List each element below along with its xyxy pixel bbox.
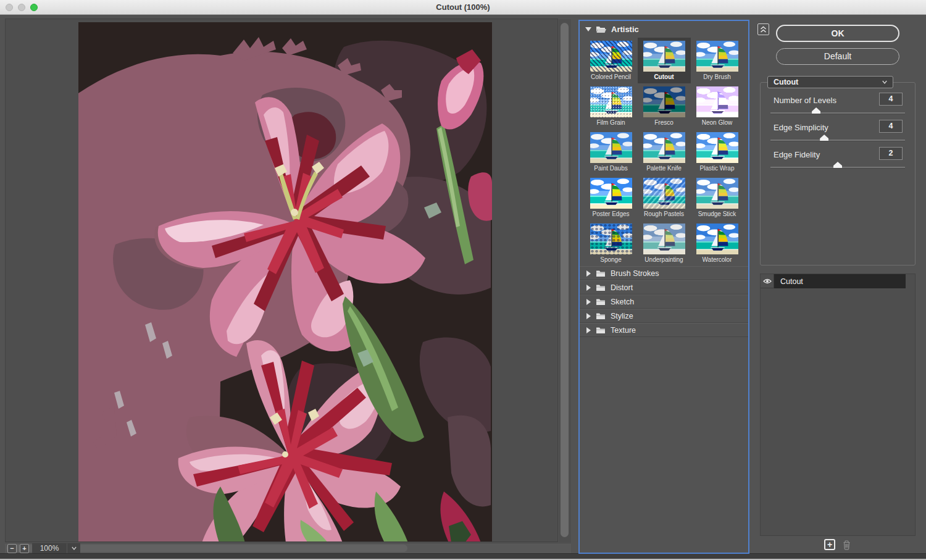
category-label: Distort [611, 283, 633, 292]
thumbnail-image [643, 41, 685, 72]
thumbnail-image [590, 178, 632, 209]
filter-thumb-fresco[interactable]: Fresco [638, 83, 691, 129]
closed-folder-icon [596, 312, 606, 320]
preview-horizontal-scrollbar[interactable] [5, 543, 571, 553]
double-chevron-up-icon [760, 26, 767, 33]
filter-thumb-dry-brush[interactable]: Dry Brush [691, 38, 744, 83]
edge-simplicity-value[interactable]: 4 [879, 120, 903, 133]
filter-settings-group: Number of Levels 4 Edge Simplicity 4 Edg… [760, 82, 916, 265]
expand-triangle-icon [586, 313, 591, 319]
chevron-down-icon [72, 546, 77, 551]
thumbnail-image [643, 132, 685, 163]
thumbnail-image [643, 224, 685, 254]
edge-simplicity-track[interactable] [770, 140, 905, 141]
category-sketch[interactable]: Sketch [580, 295, 748, 309]
collapse-panel-button[interactable] [757, 23, 769, 35]
delete-effect-layer-trash-icon[interactable] [842, 540, 851, 550]
preview-image[interactable] [78, 22, 492, 542]
expand-triangle-icon [586, 270, 591, 277]
slider-label: Edge Fidelity [774, 150, 820, 159]
thumbnail-image [696, 86, 738, 117]
expand-triangle-icon [586, 299, 591, 305]
titlebar: Cutout (100%) [0, 0, 926, 15]
category-label: Sketch [611, 298, 634, 306]
vertical-scroll-thumb[interactable] [561, 23, 569, 537]
thumbnail-label: Underpainting [638, 256, 691, 263]
number-of-levels-slider-group: Number of Levels 4 [769, 93, 906, 120]
filter-thumb-plastic-wrap[interactable]: Plastic Wrap [691, 129, 744, 175]
edge-simplicity-slider-group: Edge Simplicity 4 [769, 120, 906, 147]
thumbnail-label: Poster Edges [585, 211, 638, 217]
expand-triangle-icon [586, 285, 591, 291]
thumbnail-image [590, 41, 632, 72]
filter-thumb-cutout[interactable]: Cutout [638, 38, 691, 83]
filter-gallery-dialog: Cutout (100%) [0, 0, 926, 560]
slider-thumb[interactable] [812, 107, 820, 114]
ok-button[interactable]: OK [776, 25, 899, 42]
effect-layer-row[interactable]: Cutout [761, 274, 915, 288]
thumbnail-image [590, 86, 632, 117]
category-label: Texture [611, 326, 636, 335]
filter-thumb-neon-glow[interactable]: Neon Glow [691, 83, 744, 129]
layer-visibility-toggle[interactable] [761, 274, 774, 288]
filter-thumb-palette-knife[interactable]: Palette Knife [638, 129, 691, 175]
filter-thumb-smudge-stick[interactable]: Smudge Stick [691, 175, 744, 220]
category-label: Artistic [611, 25, 639, 34]
filter-thumb-poster-edges[interactable]: Poster Edges [585, 175, 638, 220]
slider-thumb[interactable] [820, 135, 828, 141]
filter-thumb-watercolor[interactable]: Watercolor [691, 220, 744, 266]
zoom-level-value[interactable]: 100% [32, 543, 67, 553]
filter-thumb-paint-daubs[interactable]: Paint Daubs [585, 129, 638, 175]
category-label: Stylize [611, 312, 633, 320]
zoom-out-button[interactable]: − [7, 544, 17, 553]
preview-vertical-scrollbar[interactable] [559, 19, 571, 542]
category-stylize[interactable]: Stylize [580, 309, 748, 323]
thumbnail-image [590, 132, 632, 163]
default-button[interactable]: Default [776, 48, 899, 65]
thumbnail-image [696, 41, 738, 72]
thumbnail-label: Palette Knife [638, 165, 691, 172]
thumbnail-label: Neon Glow [691, 119, 744, 126]
window-title: Cutout (100%) [0, 2, 926, 12]
zoom-level-dropdown[interactable] [67, 543, 80, 553]
category-brush-strokes[interactable]: Brush Strokes [580, 266, 748, 280]
edge-fidelity-track[interactable] [770, 167, 905, 169]
expand-triangle-icon [586, 327, 591, 333]
number-of-levels-value[interactable]: 4 [879, 93, 903, 106]
thumbnail-image [696, 178, 738, 209]
effect-layer-name[interactable]: Cutout [774, 274, 906, 288]
slider-label: Edge Simplicity [774, 123, 828, 132]
slider-thumb[interactable] [833, 162, 842, 168]
filter-type-select[interactable]: Cutout [767, 76, 893, 88]
thumbnail-image [590, 224, 632, 254]
new-effect-layer-button[interactable]: + [824, 539, 835, 550]
thumbnail-label: Colored Pencil [585, 73, 638, 80]
thumbnail-image [643, 178, 685, 209]
thumbnail-label: Sponge [585, 256, 638, 263]
filter-thumbnail-grid: Colored Pencil Cutout Dry Brush Film Gra… [580, 38, 748, 266]
number-of-levels-track[interactable] [770, 112, 905, 114]
filter-thumb-sponge[interactable]: Sponge [585, 220, 638, 266]
zoom-controls: − + 100% [7, 543, 80, 553]
closed-folder-icon [596, 327, 606, 334]
thumbnail-label: Smudge Stick [691, 211, 744, 217]
slider-label: Number of Levels [774, 96, 836, 105]
preview-canvas[interactable] [5, 19, 558, 542]
thumbnail-label: Fresco [638, 119, 691, 126]
collapse-triangle-icon [585, 27, 591, 31]
zoom-in-button[interactable]: + [20, 544, 29, 553]
edge-fidelity-value[interactable]: 2 [879, 147, 903, 160]
filter-thumb-colored-pencil[interactable]: Colored Pencil [585, 38, 638, 83]
thumbnail-label: Dry Brush [691, 73, 744, 80]
category-distort[interactable]: Distort [580, 280, 748, 295]
filter-thumb-film-grain[interactable]: Film Grain [585, 83, 638, 129]
filter-thumb-rough-pastels[interactable]: Rough Pastels [638, 175, 691, 220]
thumbnail-image [696, 224, 738, 254]
category-texture[interactable]: Texture [580, 323, 748, 337]
thumbnail-image [643, 86, 685, 117]
thumbnail-label: Cutout [638, 73, 691, 80]
filter-browser-panel: Artistic Colored Pencil Cutout Dry Brush… [578, 20, 749, 554]
category-artistic-header[interactable]: Artistic [580, 21, 748, 38]
eye-icon [763, 278, 772, 284]
filter-thumb-underpainting[interactable]: Underpainting [638, 220, 691, 266]
